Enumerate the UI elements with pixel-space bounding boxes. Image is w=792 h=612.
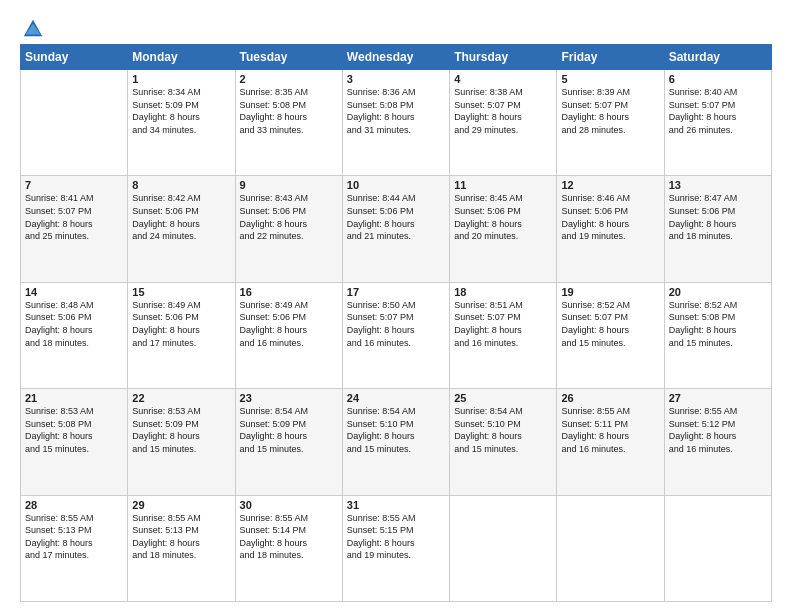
calendar-cell: 11Sunrise: 8:45 AM Sunset: 5:06 PM Dayli… (450, 176, 557, 282)
day-number: 24 (347, 392, 445, 404)
day-number: 19 (561, 286, 659, 298)
calendar-cell: 17Sunrise: 8:50 AM Sunset: 5:07 PM Dayli… (342, 282, 449, 388)
calendar-week-row: 7Sunrise: 8:41 AM Sunset: 5:07 PM Daylig… (21, 176, 772, 282)
calendar-cell: 2Sunrise: 8:35 AM Sunset: 5:08 PM Daylig… (235, 70, 342, 176)
calendar-cell: 24Sunrise: 8:54 AM Sunset: 5:10 PM Dayli… (342, 389, 449, 495)
day-number: 10 (347, 179, 445, 191)
calendar-cell: 1Sunrise: 8:34 AM Sunset: 5:09 PM Daylig… (128, 70, 235, 176)
day-number: 3 (347, 73, 445, 85)
calendar-cell: 31Sunrise: 8:55 AM Sunset: 5:15 PM Dayli… (342, 495, 449, 601)
day-number: 23 (240, 392, 338, 404)
calendar-cell: 8Sunrise: 8:42 AM Sunset: 5:06 PM Daylig… (128, 176, 235, 282)
day-info: Sunrise: 8:50 AM Sunset: 5:07 PM Dayligh… (347, 299, 445, 349)
calendar-cell: 14Sunrise: 8:48 AM Sunset: 5:06 PM Dayli… (21, 282, 128, 388)
weekday-header: Tuesday (235, 45, 342, 70)
day-info: Sunrise: 8:34 AM Sunset: 5:09 PM Dayligh… (132, 86, 230, 136)
day-number: 1 (132, 73, 230, 85)
svg-marker-1 (26, 24, 41, 35)
day-number: 26 (561, 392, 659, 404)
day-info: Sunrise: 8:38 AM Sunset: 5:07 PM Dayligh… (454, 86, 552, 136)
day-info: Sunrise: 8:55 AM Sunset: 5:11 PM Dayligh… (561, 405, 659, 455)
calendar-cell (450, 495, 557, 601)
day-number: 25 (454, 392, 552, 404)
calendar-cell: 16Sunrise: 8:49 AM Sunset: 5:06 PM Dayli… (235, 282, 342, 388)
weekday-header: Friday (557, 45, 664, 70)
calendar-cell: 29Sunrise: 8:55 AM Sunset: 5:13 PM Dayli… (128, 495, 235, 601)
calendar-cell: 30Sunrise: 8:55 AM Sunset: 5:14 PM Dayli… (235, 495, 342, 601)
day-number: 7 (25, 179, 123, 191)
day-number: 12 (561, 179, 659, 191)
calendar-week-row: 21Sunrise: 8:53 AM Sunset: 5:08 PM Dayli… (21, 389, 772, 495)
calendar-cell (21, 70, 128, 176)
calendar-cell: 13Sunrise: 8:47 AM Sunset: 5:06 PM Dayli… (664, 176, 771, 282)
day-info: Sunrise: 8:55 AM Sunset: 5:12 PM Dayligh… (669, 405, 767, 455)
calendar-table: SundayMondayTuesdayWednesdayThursdayFrid… (20, 44, 772, 602)
day-number: 13 (669, 179, 767, 191)
calendar-cell: 23Sunrise: 8:54 AM Sunset: 5:09 PM Dayli… (235, 389, 342, 495)
calendar-week-row: 14Sunrise: 8:48 AM Sunset: 5:06 PM Dayli… (21, 282, 772, 388)
day-info: Sunrise: 8:48 AM Sunset: 5:06 PM Dayligh… (25, 299, 123, 349)
day-number: 31 (347, 499, 445, 511)
day-info: Sunrise: 8:41 AM Sunset: 5:07 PM Dayligh… (25, 192, 123, 242)
day-info: Sunrise: 8:54 AM Sunset: 5:10 PM Dayligh… (454, 405, 552, 455)
logo-icon (22, 18, 44, 40)
day-info: Sunrise: 8:45 AM Sunset: 5:06 PM Dayligh… (454, 192, 552, 242)
calendar-cell: 21Sunrise: 8:53 AM Sunset: 5:08 PM Dayli… (21, 389, 128, 495)
calendar-cell: 25Sunrise: 8:54 AM Sunset: 5:10 PM Dayli… (450, 389, 557, 495)
day-info: Sunrise: 8:53 AM Sunset: 5:09 PM Dayligh… (132, 405, 230, 455)
day-info: Sunrise: 8:52 AM Sunset: 5:08 PM Dayligh… (669, 299, 767, 349)
calendar-cell (557, 495, 664, 601)
day-number: 8 (132, 179, 230, 191)
calendar-cell: 4Sunrise: 8:38 AM Sunset: 5:07 PM Daylig… (450, 70, 557, 176)
logo (20, 18, 44, 36)
day-info: Sunrise: 8:40 AM Sunset: 5:07 PM Dayligh… (669, 86, 767, 136)
day-number: 9 (240, 179, 338, 191)
calendar-cell: 26Sunrise: 8:55 AM Sunset: 5:11 PM Dayli… (557, 389, 664, 495)
calendar-week-row: 28Sunrise: 8:55 AM Sunset: 5:13 PM Dayli… (21, 495, 772, 601)
day-number: 14 (25, 286, 123, 298)
calendar-header-row: SundayMondayTuesdayWednesdayThursdayFrid… (21, 45, 772, 70)
day-number: 27 (669, 392, 767, 404)
day-info: Sunrise: 8:53 AM Sunset: 5:08 PM Dayligh… (25, 405, 123, 455)
day-number: 17 (347, 286, 445, 298)
day-number: 21 (25, 392, 123, 404)
day-info: Sunrise: 8:39 AM Sunset: 5:07 PM Dayligh… (561, 86, 659, 136)
day-info: Sunrise: 8:44 AM Sunset: 5:06 PM Dayligh… (347, 192, 445, 242)
weekday-header: Thursday (450, 45, 557, 70)
day-info: Sunrise: 8:47 AM Sunset: 5:06 PM Dayligh… (669, 192, 767, 242)
day-number: 15 (132, 286, 230, 298)
weekday-header: Monday (128, 45, 235, 70)
calendar-cell: 9Sunrise: 8:43 AM Sunset: 5:06 PM Daylig… (235, 176, 342, 282)
calendar-cell: 20Sunrise: 8:52 AM Sunset: 5:08 PM Dayli… (664, 282, 771, 388)
day-info: Sunrise: 8:46 AM Sunset: 5:06 PM Dayligh… (561, 192, 659, 242)
day-info: Sunrise: 8:55 AM Sunset: 5:13 PM Dayligh… (132, 512, 230, 562)
calendar-cell: 12Sunrise: 8:46 AM Sunset: 5:06 PM Dayli… (557, 176, 664, 282)
day-number: 22 (132, 392, 230, 404)
calendar-cell: 10Sunrise: 8:44 AM Sunset: 5:06 PM Dayli… (342, 176, 449, 282)
day-info: Sunrise: 8:43 AM Sunset: 5:06 PM Dayligh… (240, 192, 338, 242)
day-number: 30 (240, 499, 338, 511)
calendar-cell: 27Sunrise: 8:55 AM Sunset: 5:12 PM Dayli… (664, 389, 771, 495)
weekday-header: Wednesday (342, 45, 449, 70)
day-info: Sunrise: 8:52 AM Sunset: 5:07 PM Dayligh… (561, 299, 659, 349)
page: SundayMondayTuesdayWednesdayThursdayFrid… (0, 0, 792, 612)
calendar-cell: 28Sunrise: 8:55 AM Sunset: 5:13 PM Dayli… (21, 495, 128, 601)
day-info: Sunrise: 8:51 AM Sunset: 5:07 PM Dayligh… (454, 299, 552, 349)
day-info: Sunrise: 8:55 AM Sunset: 5:14 PM Dayligh… (240, 512, 338, 562)
calendar-cell: 7Sunrise: 8:41 AM Sunset: 5:07 PM Daylig… (21, 176, 128, 282)
header (20, 18, 772, 36)
day-info: Sunrise: 8:55 AM Sunset: 5:13 PM Dayligh… (25, 512, 123, 562)
day-info: Sunrise: 8:42 AM Sunset: 5:06 PM Dayligh… (132, 192, 230, 242)
day-number: 18 (454, 286, 552, 298)
calendar-cell: 18Sunrise: 8:51 AM Sunset: 5:07 PM Dayli… (450, 282, 557, 388)
calendar-cell: 3Sunrise: 8:36 AM Sunset: 5:08 PM Daylig… (342, 70, 449, 176)
calendar-cell: 19Sunrise: 8:52 AM Sunset: 5:07 PM Dayli… (557, 282, 664, 388)
calendar-cell: 6Sunrise: 8:40 AM Sunset: 5:07 PM Daylig… (664, 70, 771, 176)
day-number: 4 (454, 73, 552, 85)
calendar-cell: 5Sunrise: 8:39 AM Sunset: 5:07 PM Daylig… (557, 70, 664, 176)
calendar-week-row: 1Sunrise: 8:34 AM Sunset: 5:09 PM Daylig… (21, 70, 772, 176)
day-info: Sunrise: 8:54 AM Sunset: 5:09 PM Dayligh… (240, 405, 338, 455)
day-info: Sunrise: 8:49 AM Sunset: 5:06 PM Dayligh… (132, 299, 230, 349)
day-info: Sunrise: 8:36 AM Sunset: 5:08 PM Dayligh… (347, 86, 445, 136)
calendar-cell (664, 495, 771, 601)
